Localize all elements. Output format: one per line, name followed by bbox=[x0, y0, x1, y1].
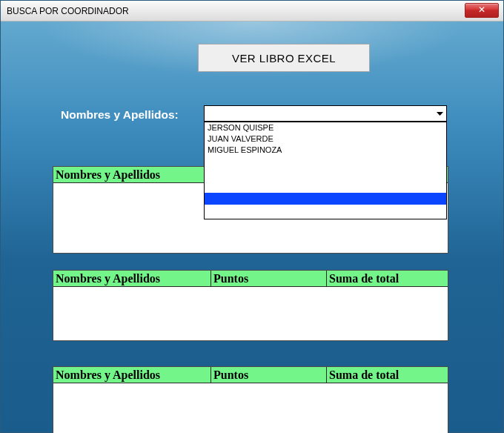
title-bar: BUSCA POR COORDINADOR ✕ bbox=[1, 1, 503, 22]
app-window: BUSCA POR COORDINADOR ✕ VER LIBRO EXCEL … bbox=[0, 0, 504, 433]
table-header-row: Nombres y Apellidos Puntos Suma de total bbox=[53, 367, 448, 383]
results-table-2: Nombres y Apellidos Puntos Suma de total bbox=[53, 270, 448, 341]
table-header-row: Nombres y Apellidos Puntos Suma de total bbox=[53, 271, 448, 287]
close-button[interactable]: ✕ bbox=[465, 3, 499, 18]
coordinador-combobox[interactable] bbox=[204, 105, 447, 122]
column-header: Puntos bbox=[211, 367, 327, 383]
column-header: Suma de total bbox=[327, 367, 448, 383]
column-header: Nombres y Apellidos bbox=[53, 367, 211, 383]
ver-libro-excel-button[interactable]: VER LIBRO EXCEL bbox=[198, 44, 370, 72]
column-header: Nombres y Apellidos bbox=[53, 271, 211, 287]
nombres-label: Nombres y Apellidos: bbox=[61, 108, 179, 122]
column-header: Suma de total bbox=[327, 271, 448, 287]
client-area: VER LIBRO EXCEL Nombres y Apellidos: JER… bbox=[1, 22, 503, 432]
column-header: Puntos bbox=[211, 271, 327, 287]
svg-marker-0 bbox=[437, 112, 443, 116]
dropdown-spacer bbox=[205, 156, 446, 193]
chevron-down-icon[interactable] bbox=[436, 110, 444, 118]
dropdown-highlight[interactable] bbox=[205, 193, 446, 205]
window-title: BUSCA POR COORDINADOR bbox=[7, 6, 129, 16]
dropdown-option[interactable]: JERSON QUISPE bbox=[205, 122, 446, 133]
dropdown-option[interactable]: JUAN VALVERDE bbox=[205, 133, 446, 145]
coordinador-dropdown-list[interactable]: JERSON QUISPE JUAN VALVERDE MIGUEL ESPIN… bbox=[204, 122, 447, 219]
results-table-3: Nombres y Apellidos Puntos Suma de total bbox=[53, 366, 448, 433]
close-icon: ✕ bbox=[478, 4, 485, 15]
dropdown-option[interactable]: MIGUEL ESPINOZA bbox=[205, 145, 446, 156]
coordinador-input[interactable] bbox=[205, 106, 436, 121]
